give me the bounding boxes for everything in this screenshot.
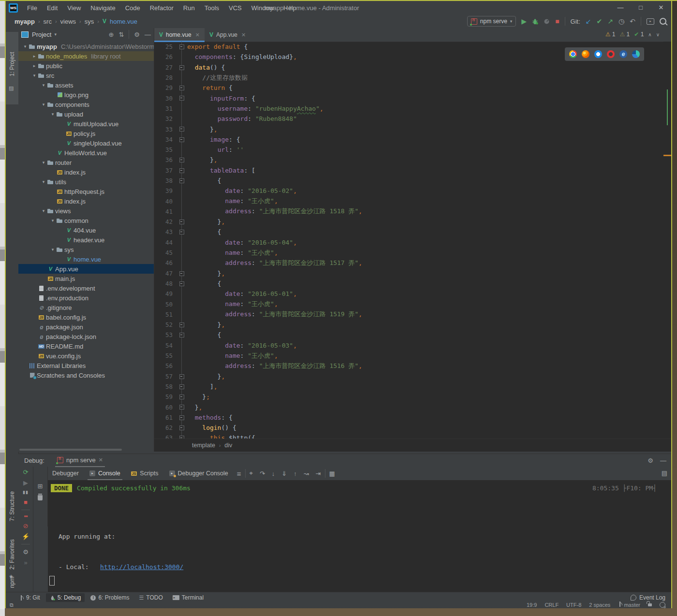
- force-step-into-icon[interactable]: ⇓: [279, 470, 290, 477]
- fold-gutter[interactable]: [177, 279, 187, 289]
- tree-item-myapp[interactable]: ▾myappC:\Users\Administrator\Webstorm: [18, 42, 154, 51]
- fold-end-icon[interactable]: [179, 158, 184, 162]
- fold-end-icon[interactable]: [179, 374, 184, 379]
- fold-gutter[interactable]: [177, 227, 187, 237]
- run-config-select[interactable]: npm serve ▾: [467, 16, 516, 27]
- fold-gutter[interactable]: [177, 134, 187, 145]
- tree-item-App.vue[interactable]: App.vue: [18, 264, 154, 274]
- history-icon[interactable]: ◷: [618, 18, 624, 25]
- profiler-button[interactable]: [544, 18, 550, 25]
- menu-view[interactable]: View: [63, 3, 85, 13]
- stop-icon[interactable]: ■: [24, 499, 28, 505]
- rollback-icon[interactable]: ↶: [630, 18, 635, 25]
- view-breakpoints-icon[interactable]: ●●: [24, 514, 28, 518]
- search-everywhere-icon[interactable]: [660, 18, 666, 25]
- safari-icon[interactable]: [594, 50, 602, 58]
- fold-gutter[interactable]: [177, 93, 187, 103]
- menu-tools[interactable]: Tools: [200, 3, 223, 13]
- tree-item-README.md[interactable]: README.md: [18, 341, 154, 351]
- locate-file-icon[interactable]: ⊕: [109, 31, 114, 38]
- debug-tab-debugger-console[interactable]: ▸Debugger Console: [164, 467, 233, 480]
- git-update-button[interactable]: ↙: [586, 18, 591, 25]
- stripe-tab-npm[interactable]: npm: [9, 577, 15, 588]
- smart-step-into-icon[interactable]: ↝: [301, 470, 312, 477]
- maximize-button[interactable]: □: [631, 1, 651, 15]
- fold-gutter[interactable]: [177, 176, 187, 186]
- settings-icon[interactable]: ⚙: [23, 549, 29, 555]
- fold-end-icon[interactable]: [179, 384, 184, 389]
- git-commit-button[interactable]: ✔: [597, 18, 603, 25]
- tree-item-package.json[interactable]: package.json: [18, 322, 154, 332]
- collapse-all-icon[interactable]: ⇅: [118, 31, 124, 38]
- fold-start-icon[interactable]: [179, 137, 184, 142]
- close-icon[interactable]: ✕: [241, 32, 246, 38]
- fold-gutter[interactable]: [177, 423, 187, 433]
- breadcrumb-file[interactable]: home.vue: [110, 18, 137, 25]
- run-to-cursor-icon[interactable]: ⇥: [313, 470, 324, 477]
- local-url-link[interactable]: http://localhost:3000/: [100, 563, 183, 571]
- notifications-icon[interactable]: [660, 602, 665, 608]
- debug-tab-debugger[interactable]: Debugger: [47, 467, 84, 480]
- tree-item-components[interactable]: ▾components: [18, 100, 154, 109]
- fold-start-icon[interactable]: [179, 333, 184, 337]
- clear-console-icon[interactable]: [38, 495, 43, 500]
- close-button[interactable]: ✕: [651, 1, 671, 15]
- tree-item-singleUpload.vue[interactable]: singleUpload.vue: [18, 138, 154, 148]
- toolwindow-button-9-git[interactable]: 9: Git: [15, 593, 44, 602]
- fold-start-icon[interactable]: [179, 178, 184, 183]
- run-window-icon[interactable]: ▸: [647, 18, 654, 25]
- breadcrumb-template[interactable]: template: [192, 442, 215, 449]
- toolwindow-button-6-problems[interactable]: !6: Problems: [87, 593, 133, 602]
- toggle-toolwindows-icon[interactable]: ⧉: [10, 602, 14, 608]
- fold-end-icon[interactable]: [179, 405, 184, 410]
- menu-edit[interactable]: Edit: [43, 3, 62, 13]
- breadcrumb-src[interactable]: src: [44, 18, 52, 25]
- tree-item-common[interactable]: ▾common: [18, 216, 154, 225]
- chevron-icon[interactable]: ▸: [31, 63, 37, 68]
- fold-gutter[interactable]: [177, 83, 187, 93]
- tree-item-views[interactable]: ▾views: [18, 206, 154, 216]
- stripe-tab-structure[interactable]: 7: Structure: [9, 491, 15, 521]
- tree-item-main.js[interactable]: main.js: [18, 274, 154, 283]
- menu-icon[interactable]: ≡: [234, 469, 244, 478]
- menu-file[interactable]: File: [23, 3, 42, 13]
- git-push-button[interactable]: ↗: [607, 18, 613, 25]
- next-problem-icon[interactable]: ∨: [656, 32, 660, 37]
- tree-item-index.js[interactable]: index.js: [18, 196, 154, 206]
- mute-breakpoints-icon[interactable]: ⊘: [23, 523, 29, 529]
- menu-run[interactable]: Run: [179, 3, 199, 13]
- tree-item-multiUpload.vue[interactable]: multiUpload.vue: [18, 119, 154, 129]
- show-execution-point-icon[interactable]: ⌖: [247, 469, 256, 477]
- chevron-icon[interactable]: ▾: [31, 73, 37, 78]
- resume-icon[interactable]: ▶: [23, 480, 28, 486]
- horizontal-scrollbar[interactable]: [19, 449, 122, 451]
- close-icon[interactable]: ✕: [99, 457, 103, 463]
- tree-item-package-lock.json[interactable]: package-lock.json: [18, 332, 154, 341]
- breadcrumb-myapp[interactable]: myapp: [15, 18, 35, 25]
- tree-item-.env.production[interactable]: .env.production: [18, 293, 154, 303]
- menu-navigate[interactable]: Navigate: [86, 3, 119, 13]
- tree-item-home.vue[interactable]: home.vue: [18, 254, 154, 264]
- fold-end-icon[interactable]: [179, 220, 184, 224]
- chevron-icon[interactable]: ▾: [41, 179, 46, 184]
- tree-item-External Libraries[interactable]: External Libraries: [18, 361, 154, 370]
- chevron-icon[interactable]: ▸: [31, 54, 37, 59]
- chrome-icon[interactable]: [569, 50, 577, 58]
- tree-item-httpRequest.js[interactable]: httpRequest.js: [18, 187, 154, 196]
- breadcrumb-div[interactable]: div: [224, 442, 232, 449]
- chevron-icon[interactable]: ▾: [41, 83, 46, 88]
- firefox-icon[interactable]: [582, 50, 589, 58]
- gear-icon[interactable]: ⚙: [134, 31, 140, 38]
- ie-icon[interactable]: e: [619, 50, 627, 58]
- tree-item-vue.config.js[interactable]: vue.config.js: [18, 351, 154, 361]
- encoding-indicator[interactable]: UTF-8: [566, 602, 581, 608]
- breadcrumb-views[interactable]: views: [60, 18, 76, 25]
- tree-item-404.vue[interactable]: 404.vue: [18, 225, 154, 235]
- edge-icon[interactable]: [632, 50, 640, 58]
- toolwindow-button-todo[interactable]: ☰TODO: [135, 593, 166, 602]
- fold-gutter[interactable]: [177, 320, 187, 330]
- fold-gutter[interactable]: [177, 330, 187, 340]
- tab-App.vue[interactable]: VApp.vue✕: [205, 28, 250, 42]
- tab-home.vue[interactable]: Vhome.vue✕: [154, 28, 205, 42]
- rerun-icon[interactable]: ⟳: [23, 469, 29, 475]
